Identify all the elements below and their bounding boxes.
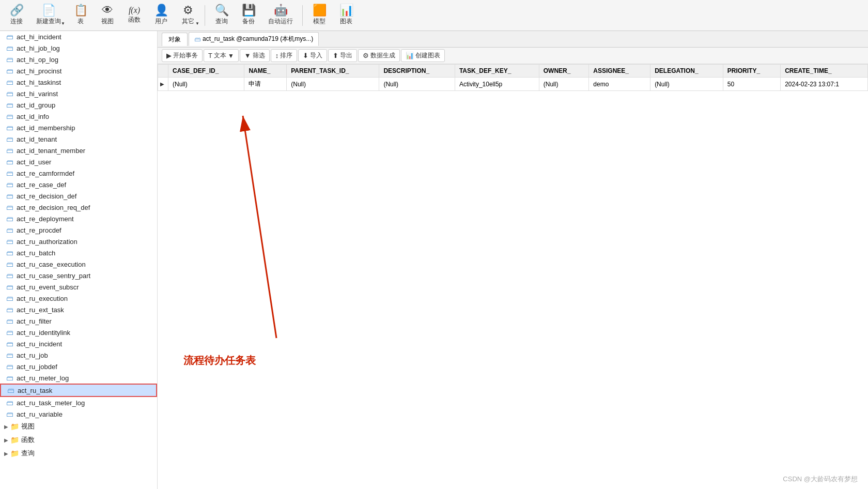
toolbar-chart[interactable]: 📊 图表 bbox=[334, 3, 359, 28]
table-container: CASE_DEF_ID_ NAME_ PARENT_TASK_ID_ DESCR… bbox=[158, 64, 868, 489]
table-tab-label: act_ru_task @camunda719 (本机mys...) bbox=[203, 35, 313, 43]
sidebar-item-act-re-case-def[interactable]: 🗃 act_re_case_def bbox=[0, 179, 157, 190]
other-arrow-icon: ▼ bbox=[195, 21, 199, 26]
table-icon-act-re-decision-req-def: 🗃 bbox=[6, 203, 13, 211]
sidebar-label-act-ru-job: act_ru_job bbox=[17, 352, 48, 359]
sidebar-item-act-ru-batch[interactable]: 🗃 act_ru_batch bbox=[0, 247, 157, 258]
col-case-def-id[interactable]: CASE_DEF_ID_ bbox=[168, 65, 244, 78]
sidebar-section-query[interactable]: ▶ 📁 查询 bbox=[0, 447, 157, 460]
sidebar-item-act-ru-variable[interactable]: 🗃 act_ru_variable bbox=[0, 408, 157, 420]
sidebar-item-act-ru-identitylink[interactable]: 🗃 act_ru_identitylink bbox=[0, 327, 157, 338]
col-assignee[interactable]: ASSIGNEE_ bbox=[589, 65, 650, 78]
col-parent-task-id[interactable]: PARENT_TASK_ID_ bbox=[287, 65, 379, 78]
toolbar-auto-run[interactable]: 🤖 自动运行 bbox=[263, 3, 298, 28]
table-icon-act-hi-taskinst: 🗃 bbox=[6, 78, 13, 86]
object-tab[interactable]: 对象 bbox=[162, 33, 188, 46]
sidebar-item-act-hi-job-log[interactable]: 🗃 act_hi_job_log bbox=[0, 42, 157, 54]
data-table: CASE_DEF_ID_ NAME_ PARENT_TASK_ID_ DESCR… bbox=[158, 64, 868, 91]
table-tab[interactable]: 🗃 act_ru_task @camunda719 (本机mys...) bbox=[189, 32, 319, 46]
sidebar-item-act-id-membership[interactable]: 🗃 act_id_membership bbox=[0, 122, 157, 133]
table-icon-act-ru-incident: 🗃 bbox=[6, 340, 13, 348]
col-task-def-key[interactable]: TASK_DEF_KEY_ bbox=[455, 65, 539, 78]
toolbar-query[interactable]: 🔍 查询 bbox=[209, 3, 234, 28]
col-priority[interactable]: PRIORITY_ bbox=[723, 65, 780, 78]
filter-button[interactable]: ▼ 筛选 bbox=[240, 49, 270, 62]
new-query-arrow-icon: ▼ bbox=[61, 21, 65, 26]
import-button[interactable]: ⬇ 导入 bbox=[298, 49, 327, 62]
sidebar-item-act-ru-execution[interactable]: 🗃 act_ru_execution bbox=[0, 293, 157, 304]
sidebar-item-act-ru-authorization[interactable]: 🗃 act_ru_authorization bbox=[0, 236, 157, 247]
sidebar-item-act-ru-case-sentry-part[interactable]: 🗃 act_ru_case_sentry_part bbox=[0, 270, 157, 281]
chart-icon: 📊 bbox=[339, 5, 353, 16]
export-button[interactable]: ⬆ 导出 bbox=[328, 49, 357, 62]
sidebar-item-act-id-group[interactable]: 🗃 act_id_group bbox=[0, 99, 157, 111]
toolbar-other[interactable]: ⚙ 其它 ▼ bbox=[176, 3, 200, 28]
sidebar-item-act-ru-meter-log[interactable]: 🗃 act_ru_meter_log bbox=[0, 372, 157, 384]
sidebar-item-act-ru-jobdef[interactable]: 🗃 act_ru_jobdef bbox=[0, 361, 157, 372]
sidebar-item-act-ru-incident[interactable]: 🗃 act_ru_incident bbox=[0, 338, 157, 349]
toolbar-function[interactable]: f(x) 函数 bbox=[122, 4, 147, 26]
sidebar-section-function[interactable]: ▶ 📁 函数 bbox=[0, 433, 157, 447]
table-icon-act-id-membership: 🗃 bbox=[6, 124, 13, 132]
sidebar-item-act-ru-case-execution[interactable]: 🗃 act_ru_case_execution bbox=[0, 258, 157, 270]
sidebar-item-act-id-info[interactable]: 🗃 act_id_info bbox=[0, 111, 157, 122]
tab-bar: 对象 🗃 act_ru_task @camunda719 (本机mys...) bbox=[158, 31, 868, 48]
auto-run-icon: 🤖 bbox=[274, 5, 288, 16]
toolbar-view[interactable]: 👁 视图 bbox=[95, 3, 120, 28]
text-arrow-icon: ▼ bbox=[228, 52, 234, 59]
sidebar-item-act-re-camformdef[interactable]: 🗃 act_re_camformdef bbox=[0, 167, 157, 179]
sidebar-item-act-ru-event-subscr[interactable]: 🗃 act_ru_event_subscr bbox=[0, 281, 157, 293]
sidebar-section-view[interactable]: ▶ 📁 视图 bbox=[0, 420, 157, 433]
sidebar-item-act-hi-incident[interactable]: 🗃 act_hi_incident bbox=[0, 31, 157, 42]
table-icon-act-ru-variable: 🗃 bbox=[6, 410, 13, 418]
sidebar-label-act-id-tenant: act_id_tenant bbox=[17, 135, 57, 143]
sidebar-item-act-re-deployment[interactable]: 🗃 act_re_deployment bbox=[0, 213, 157, 224]
sort-button[interactable]: ↕ 排序 bbox=[271, 49, 298, 62]
sidebar-item-act-re-decision-req-def[interactable]: 🗃 act_re_decision_req_def bbox=[0, 202, 157, 213]
generate-data-icon: ⚙ bbox=[363, 52, 369, 59]
col-owner[interactable]: OWNER_ bbox=[539, 65, 589, 78]
toolbar-connect[interactable]: 🔗 连接 bbox=[4, 3, 29, 28]
table-icon-act-id-group: 🗃 bbox=[6, 101, 13, 109]
sidebar-label-act-ru-task-meter-log: act_ru_task_meter_log bbox=[17, 399, 85, 407]
sidebar-item-act-ru-job[interactable]: 🗃 act_ru_job bbox=[0, 349, 157, 361]
user-label: 用户 bbox=[155, 17, 167, 26]
cell-name: 申请 bbox=[244, 78, 287, 91]
toolbar-backup[interactable]: 💾 备份 bbox=[236, 3, 261, 28]
create-chart-button[interactable]: 📊 创建图表 bbox=[401, 49, 445, 62]
sidebar-item-act-ru-ext-task[interactable]: 🗃 act_ru_ext_task bbox=[0, 304, 157, 315]
col-description[interactable]: DESCRIPTION_ bbox=[379, 65, 455, 78]
export-icon: ⬆ bbox=[333, 52, 338, 59]
sidebar-label-act-id-membership: act_id_membership bbox=[17, 124, 75, 132]
sidebar-label-act-id-group: act_id_group bbox=[17, 101, 55, 109]
col-name[interactable]: NAME_ bbox=[244, 65, 287, 78]
sidebar-item-act-id-user[interactable]: 🗃 act_id_user bbox=[0, 156, 157, 167]
col-create-time[interactable]: CREATE_TIME_ bbox=[781, 65, 868, 78]
sidebar-item-act-re-procdef[interactable]: 🗃 act_re_procdef bbox=[0, 224, 157, 236]
sidebar-item-act-hi-procinst[interactable]: 🗃 act_hi_procinst bbox=[0, 65, 157, 77]
sidebar-item-act-id-tenant[interactable]: 🗃 act_id_tenant bbox=[0, 133, 157, 145]
auto-run-label: 自动运行 bbox=[268, 17, 293, 26]
sidebar-item-act-id-tenant-member[interactable]: 🗃 act_id_tenant_member bbox=[0, 145, 157, 156]
sidebar-item-act-hi-taskinst[interactable]: 🗃 act_hi_taskinst bbox=[0, 77, 157, 88]
sidebar-item-act-ru-task[interactable]: 🗃 act_ru_task bbox=[0, 384, 157, 397]
sidebar-item-act-hi-varinst[interactable]: 🗃 act_hi_varinst bbox=[0, 88, 157, 99]
begin-transaction-label: 开始事务 bbox=[173, 51, 198, 60]
sidebar-item-act-re-decision-def[interactable]: 🗃 act_re_decision_def bbox=[0, 190, 157, 202]
sidebar-item-act-hi-op-log[interactable]: 🗃 act_hi_op_log bbox=[0, 54, 157, 65]
query-section-icon: 📁 bbox=[10, 449, 19, 457]
toolbar-new-query[interactable]: 📄 新建查询 ▼ bbox=[31, 3, 66, 28]
begin-transaction-button[interactable]: ▶ 开始事务 bbox=[162, 49, 203, 62]
generate-data-button[interactable]: ⚙ 数据生成 bbox=[358, 49, 400, 62]
sidebar-item-act-ru-filter[interactable]: 🗃 act_ru_filter bbox=[0, 315, 157, 327]
toolbar-model[interactable]: 🟧 模型 bbox=[307, 3, 332, 28]
sidebar-label-act-ru-execution: act_ru_execution bbox=[17, 295, 68, 302]
text-button[interactable]: T 文本 ▼ bbox=[204, 49, 239, 62]
col-delegation[interactable]: DELEGATION_ bbox=[650, 65, 723, 78]
annotation-overlay bbox=[158, 64, 868, 489]
expand-function-icon: ▶ bbox=[4, 437, 8, 443]
toolbar-user[interactable]: 👤 用户 bbox=[149, 3, 174, 28]
toolbar-table[interactable]: 📋 表 bbox=[68, 3, 93, 28]
sidebar-item-act-ru-task-meter-log[interactable]: 🗃 act_ru_task_meter_log bbox=[0, 397, 157, 408]
import-label: 导入 bbox=[310, 51, 322, 60]
